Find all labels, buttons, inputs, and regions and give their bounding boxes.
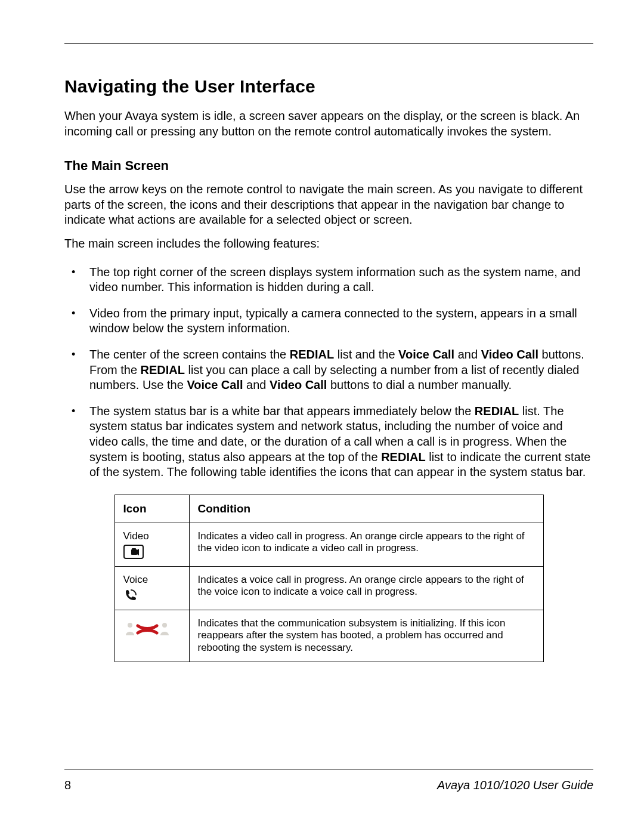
text: list and the — [334, 348, 398, 361]
icon-cell: Voice — [114, 566, 189, 610]
condition-cell: Indicates a voice call in progress. An o… — [189, 566, 543, 610]
text: and — [243, 378, 270, 391]
icon-table: Icon Condition Video Indicates a video c… — [114, 495, 544, 662]
body-paragraph-2: The main screen includes the following f… — [64, 236, 593, 252]
text: and — [454, 348, 481, 361]
footer-rule — [64, 770, 593, 770]
bold-text: Video Call — [270, 378, 327, 391]
icon-label: Video — [123, 530, 149, 542]
list-item-text: The system status bar is a white bar tha… — [89, 404, 593, 480]
bullet-icon: • — [64, 306, 89, 320]
section-heading: The Main Screen — [64, 158, 593, 174]
video-camera-icon — [123, 545, 144, 559]
list-item: • The top right corner of the screen dis… — [64, 265, 593, 295]
page-footer: 8 Avaya 1010/1020 User Guide — [64, 770, 593, 792]
top-rule — [64, 43, 593, 44]
table-row: Voice Indicates a voice call in progress… — [114, 566, 543, 610]
bold-text: Voice Call — [398, 348, 454, 361]
feature-list: • The top right corner of the screen dis… — [64, 265, 593, 480]
text: The center of the screen contains the — [89, 348, 290, 361]
guide-title: Avaya 1010/1020 User Guide — [437, 778, 593, 792]
list-item: • Video from the primary input, typicall… — [64, 306, 593, 336]
list-item: • The system status bar is a white bar t… — [64, 404, 593, 480]
bold-text: REDIAL — [141, 363, 185, 376]
table-header-row: Icon Condition — [114, 495, 543, 523]
svg-rect-2 — [132, 548, 136, 550]
list-item-text: Video from the primary input, typically … — [89, 306, 593, 336]
condition-cell: Indicates a video call in progress. An o… — [189, 523, 543, 566]
table-row: Indicates that the communication subsyst… — [114, 610, 543, 662]
bold-text: Voice Call — [187, 378, 243, 391]
bold-text: Video Call — [481, 348, 538, 361]
bullet-icon: • — [64, 404, 89, 418]
icon-cell: Video — [114, 523, 189, 566]
page-number: 8 — [64, 778, 71, 792]
text: buttons to dial a number manually. — [327, 378, 512, 391]
bold-text: REDIAL — [381, 450, 425, 464]
document-page: Navigating the User Interface When your … — [0, 0, 644, 662]
text: The system status bar is a white bar tha… — [89, 404, 475, 418]
condition-cell: Indicates that the communication subsyst… — [189, 610, 543, 662]
body-paragraph-1: Use the arrow keys on the remote control… — [64, 182, 593, 228]
bullet-icon: • — [64, 265, 89, 279]
svg-point-5 — [145, 627, 148, 631]
table-header-icon: Icon — [114, 495, 189, 523]
phone-handset-icon — [123, 588, 138, 603]
intro-paragraph: When your Avaya system is idle, a screen… — [64, 109, 593, 139]
icon-cell — [114, 610, 189, 662]
bullet-icon: • — [64, 347, 89, 362]
icon-label: Voice — [123, 574, 148, 586]
list-item-text: The center of the screen contains the RE… — [89, 347, 593, 393]
list-item-text: The top right corner of the screen displ… — [89, 265, 593, 295]
page-title: Navigating the User Interface — [64, 76, 593, 97]
bold-text: REDIAL — [475, 404, 519, 418]
svg-point-4 — [162, 623, 167, 628]
bold-text: REDIAL — [290, 348, 334, 361]
initializing-icon — [123, 621, 171, 637]
table-row: Video Indicates a video call in progress… — [114, 523, 543, 566]
svg-point-3 — [128, 623, 132, 628]
list-item: • The center of the screen contains the … — [64, 347, 593, 393]
table-header-condition: Condition — [189, 495, 543, 523]
